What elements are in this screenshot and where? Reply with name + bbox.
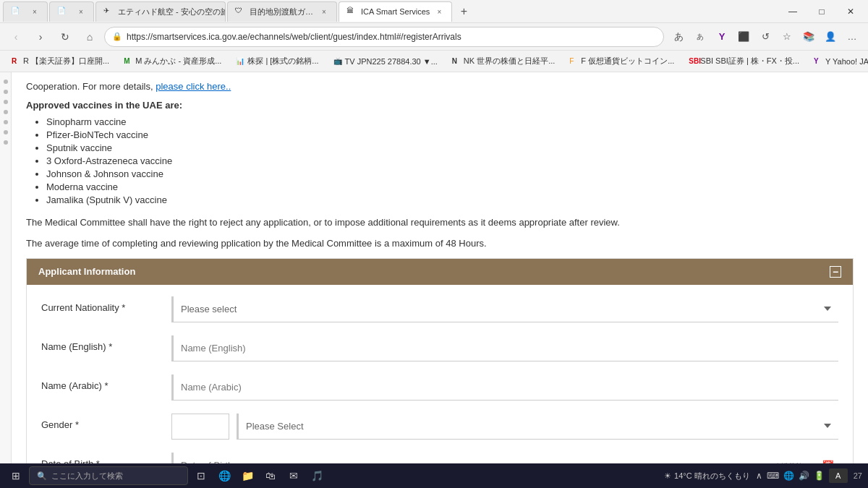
tab-1-close[interactable]: × — [30, 7, 40, 17]
gender-label: Gender * — [41, 414, 157, 430]
bookmark-sbi-label: SBI SBI証券 | 株・FX・投... — [700, 56, 799, 67]
section-title: Applicant Information — [38, 266, 135, 277]
bookmark-nk[interactable]: N NK 世界の株価と日経平... — [446, 54, 561, 68]
click-here-link[interactable]: please click here.. — [156, 81, 231, 92]
bookmark-tv-label: TV JPN225 27884.30 ▼... — [345, 57, 438, 66]
task-view-button[interactable]: ⊡ — [191, 466, 211, 486]
tab-4[interactable]: 🛡 目的地別渡航ガイドライン - エティハ × — [227, 1, 337, 22]
tab-3[interactable]: ✈ エティハド航空 - 安心の空の旅 × — [95, 1, 226, 22]
tab-3-favicon: ✈ — [103, 7, 114, 17]
bookmark-crypto-label: F 仮想通貨ビットコイン... — [581, 56, 674, 67]
keyboard-icon[interactable]: ⌨ — [767, 471, 779, 481]
bookmark-rakuten-icon: R — [12, 57, 20, 66]
vaccine-oxford: 3 Oxford-Astrazeneca vaccine — [46, 155, 854, 166]
bookmarks-bar: R R 【楽天証券】口座開... M M みんかぶ - 資産形成... 📊 株探… — [0, 51, 868, 72]
url-bar[interactable]: 🔒 https://smartservices.ica.gov.ae/echan… — [104, 27, 664, 47]
bookmark-minkabu-label: M みんかぶ - 資産形成... — [135, 56, 221, 67]
bookmark-kabutan[interactable]: 📊 株探 | [株式の銘柄... — [230, 54, 324, 68]
section-header: Applicant Information − — [27, 259, 853, 285]
bookmark-minkabu[interactable]: M M みんかぶ - 資産形成... — [118, 54, 227, 68]
bookmark-yahoo[interactable]: Y Y Yahoo! JAPAN — [808, 56, 868, 67]
translate-icon[interactable]: あ — [668, 27, 689, 47]
system-tray: ∧ ⌨ 🌐 🔊 🔋 A — [756, 468, 848, 483]
ime-indicator[interactable]: A — [829, 468, 848, 483]
tab-2[interactable]: 📄 × — [49, 1, 94, 22]
name-english-input[interactable] — [171, 335, 838, 361]
refresh-button[interactable]: ↻ — [55, 27, 75, 47]
bookmark-sbi-icon: SBI — [689, 57, 697, 66]
applicant-info-section: Applicant Information − Current National… — [26, 258, 854, 464]
name-english-field — [171, 335, 838, 361]
collection-icon[interactable]: 📚 — [799, 27, 819, 47]
bookmark-crypto-icon: F — [569, 57, 578, 66]
name-arabic-input[interactable] — [171, 374, 838, 401]
vaccine-sinopharm: Sinopharm vaccine — [46, 116, 854, 127]
vaccine-pfizer: Pfizer-BioNTech vaccine — [46, 129, 854, 140]
tab-4-favicon: 🛡 — [235, 7, 245, 17]
browser-content: Cooperation. For more details, please cl… — [0, 72, 868, 463]
vaccine-list: Sinopharm vaccine Pfizer-BioNTech vaccin… — [26, 116, 854, 205]
dob-row: Date of Birth * dd/MM/yyyy 📅 — [41, 453, 838, 464]
battery-icon[interactable]: 🔋 — [814, 471, 825, 481]
translate-icon-2[interactable]: あ — [690, 27, 710, 47]
chevron-up-icon[interactable]: ∧ — [756, 471, 762, 481]
yahoo-icon[interactable]: Y — [712, 27, 732, 47]
tab-5-close[interactable]: × — [434, 7, 444, 17]
tab-1[interactable]: 📄 × — [3, 1, 48, 22]
bookmark-yahoo-icon: Y — [814, 57, 822, 66]
collapse-button[interactable]: − — [830, 266, 841, 278]
start-button[interactable]: ⊞ — [6, 466, 26, 486]
page-number: 27 — [854, 471, 862, 480]
tab-4-close[interactable]: × — [319, 7, 329, 17]
gender-select[interactable]: Please Select Male Female — [237, 414, 838, 440]
nationality-field: Please select — [171, 296, 838, 322]
page-content: Cooperation. For more details, please cl… — [12, 72, 868, 463]
forward-button[interactable]: › — [30, 27, 51, 47]
cooperation-text: Cooperation. For more details, please cl… — [26, 80, 854, 94]
refresh-icon[interactable]: ↺ — [755, 27, 775, 47]
home-button[interactable]: ⌂ — [80, 27, 100, 47]
nationality-label: Current Nationality * — [41, 296, 157, 313]
nationality-select[interactable]: Please select — [171, 296, 838, 322]
bookmark-crypto[interactable]: F F 仮想通貨ビットコイン... — [563, 54, 680, 68]
explorer-taskbar-icon[interactable]: 📁 — [237, 466, 258, 486]
dob-date-field: dd/MM/yyyy 📅 — [171, 453, 838, 464]
more-icon[interactable]: … — [842, 27, 862, 47]
mail-taskbar-icon[interactable]: ✉ — [284, 466, 304, 486]
url-text: https://smartservices.ica.gov.ae/echanne… — [127, 32, 656, 42]
extensions-icon[interactable]: ⬛ — [733, 27, 754, 47]
back-button[interactable]: ‹ — [6, 27, 26, 47]
bookmark-tv[interactable]: 📺 TV JPN225 27884.30 ▼... — [328, 56, 443, 67]
policy-text-2: The average time of completing and revie… — [26, 236, 854, 251]
strip-dot-5 — [4, 120, 8, 124]
profile-icon[interactable]: 👤 — [820, 27, 841, 47]
bookmark-rakuten-label: R 【楽天証券】口座開... — [23, 56, 109, 67]
minimize-button[interactable]: — — [778, 0, 807, 23]
store-taskbar-icon[interactable]: 🛍 — [260, 466, 281, 486]
dob-label: Date of Birth * — [41, 453, 157, 464]
gender-row: Gender * Please Select Male Female — [41, 414, 838, 440]
new-tab-button[interactable]: + — [454, 1, 474, 22]
strip-dot-4 — [4, 110, 8, 114]
speaker-icon[interactable]: 🔊 — [799, 471, 809, 481]
maximize-button[interactable]: □ — [807, 0, 836, 23]
vaccine-jj: Johnson & Johnson vaccine — [46, 168, 854, 179]
bookmark-sbi[interactable]: SBI SBI SBI証券 | 株・FX・投... — [683, 54, 805, 68]
edge-taskbar-icon[interactable]: 🌐 — [214, 466, 234, 486]
star-icon[interactable]: ☆ — [777, 27, 797, 47]
name-arabic-row: Name (Arabic) * — [41, 374, 838, 401]
tab-2-close[interactable]: × — [76, 7, 86, 17]
network-icon[interactable]: 🌐 — [783, 471, 794, 481]
spotify-taskbar-icon[interactable]: 🎵 — [307, 466, 327, 486]
taskbar-search[interactable]: 🔍 ここに入力して検索 — [29, 466, 188, 485]
dob-input[interactable] — [171, 453, 838, 464]
bookmark-nk-icon: N — [452, 57, 461, 66]
tab-1-favicon: 📄 — [11, 7, 21, 17]
tab-5[interactable]: 🏛 ICA Smart Services × — [339, 1, 452, 22]
tab-5-label: ICA Smart Services — [361, 7, 430, 16]
bookmark-rakuten[interactable]: R R 【楽天証券】口座開... — [6, 54, 115, 68]
tab-5-favicon: 🏛 — [346, 7, 357, 17]
weather-info: ☀ 14°C 晴れのちくもり — [664, 471, 750, 481]
title-bar: 📄 × 📄 × ✈ エティハド航空 - 安心の空の旅 × 🛡 目的地別渡航ガイド… — [0, 0, 868, 23]
close-button[interactable]: ✕ — [836, 0, 865, 23]
